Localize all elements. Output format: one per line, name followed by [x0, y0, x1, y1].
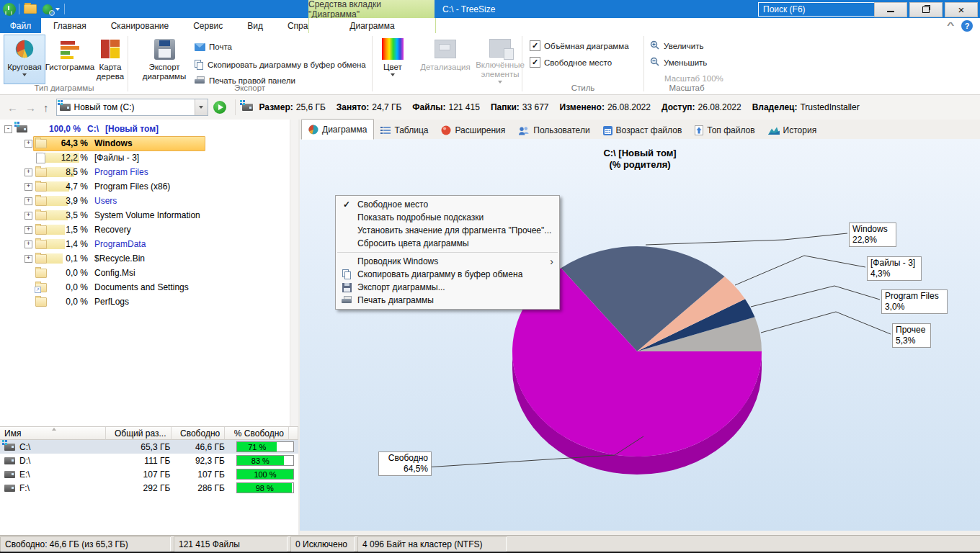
scan-icon — [43, 4, 53, 14]
minimize-button[interactable] — [874, 2, 907, 17]
tab-Сканирование[interactable]: Сканирование — [99, 18, 181, 33]
tree-row[interactable]: 1,4 %ProgramData — [0, 237, 290, 251]
tab-file[interactable]: Файл — [0, 18, 41, 33]
expand-icon[interactable] — [24, 255, 32, 263]
drive-row[interactable]: F:\292 ГБ286 ГБ98 % — [0, 481, 298, 495]
menu-item[interactable]: Экспорт диаграммы... — [336, 281, 559, 294]
tree-row[interactable]: 4,7 %Program Files (x86) — [0, 179, 290, 194]
expand-icon[interactable] — [24, 240, 32, 248]
drive-icon — [4, 444, 15, 451]
group-zoom: Увеличить Уменьшить Масштаб 100% Масштаб — [644, 33, 729, 94]
bar-chart-button[interactable]: Гистограмма — [45, 35, 94, 84]
view-tab-Расширения[interactable]: Расширения — [435, 122, 512, 139]
close-icon: × — [958, 4, 965, 15]
view-tab-Диаграмма[interactable]: Диаграмма — [301, 119, 374, 140]
tree-item-percent: 1,5 % — [48, 225, 88, 235]
tree-row-root[interactable]: 100,0 %C:\[Новый том] — [0, 122, 290, 136]
column-header-filler — [289, 427, 298, 440]
pie-chart-button[interactable]: Круговая — [4, 35, 45, 84]
folder-icon — [35, 225, 47, 235]
forward-icon[interactable]: → — [25, 102, 36, 114]
menu-item-label: Установить значение для фрагмента "Проче… — [357, 225, 551, 235]
tree-scrollbar[interactable] — [290, 120, 298, 426]
tree-row[interactable]: 8,5 %Program Files — [0, 165, 290, 179]
color-button[interactable]: Цвет — [375, 35, 410, 84]
tree-item-name: Recovery — [94, 225, 131, 235]
zoom-level-label: Масштаб 100% — [664, 74, 723, 83]
free-space-checkbox[interactable]: Свободное место — [530, 57, 612, 68]
menu-item-label: Показать подробные подсказки — [357, 212, 484, 222]
export-chart-button[interactable]: Экспорт диаграммы — [141, 35, 188, 84]
collapse-ribbon-icon[interactable]: ^ — [947, 21, 954, 30]
tree-row[interactable]: 12,2 %[Файлы - 3] — [0, 150, 290, 165]
close-button[interactable]: × — [945, 2, 978, 17]
open-folder-button[interactable] — [22, 0, 38, 18]
column-header-1[interactable]: Имя — [0, 427, 106, 440]
tree-row[interactable]: 3,5 %System Volume Information — [0, 208, 290, 222]
tab-Сервис[interactable]: Сервис — [181, 18, 235, 33]
start-scan-button[interactable] — [213, 101, 226, 114]
callout-value: 22,8% — [852, 235, 893, 246]
drive-selector-dropdown[interactable] — [195, 99, 208, 115]
tab-Главная[interactable]: Главная — [41, 18, 99, 33]
search-box[interactable] — [758, 2, 881, 17]
copy-chart-button[interactable]: Скопировать диаграмму в буфер обмена — [195, 60, 366, 70]
tree-row[interactable]: 0,1 %$Recycle.Bin — [0, 251, 290, 266]
menu-item[interactable]: Установить значение для фрагмента "Проче… — [336, 224, 559, 237]
collapse-expander-icon[interactable] — [4, 125, 12, 133]
stat-label: Папки: — [491, 102, 520, 112]
expand-icon[interactable] — [24, 140, 32, 148]
menu-item[interactable]: Печать диаграммы — [336, 294, 559, 307]
drive-row[interactable]: E:\107 ГБ107 ГБ100 % — [0, 467, 298, 481]
expand-icon[interactable] — [24, 212, 32, 220]
view-tab-Топ файлов[interactable]: Топ файлов — [688, 122, 761, 139]
drive-row[interactable]: C:\65,3 ГБ46,6 ГБ71 % — [0, 440, 298, 454]
drive-selector[interactable]: Новый том (C:) — [56, 99, 208, 116]
column-header-2[interactable]: Общий раз... — [106, 427, 172, 440]
up-icon[interactable]: ↑ — [43, 102, 49, 114]
tree-row[interactable]: 64,3 %Windows — [0, 136, 290, 150]
scan-button[interactable] — [41, 0, 61, 18]
column-header-4[interactable]: % Свободно — [225, 427, 289, 440]
menu-item[interactable]: Скопировать диаграмму в буфер обмена — [336, 268, 559, 281]
tree-row[interactable]: 3,9 %Users — [0, 194, 290, 208]
menu-item[interactable]: Свободное место — [336, 198, 559, 211]
menu-item[interactable]: Показать подробные подсказки — [336, 211, 559, 224]
view-tab-Таблица[interactable]: Таблица — [374, 122, 435, 139]
menu-item[interactable]: Сбросить цвета диаграммы — [336, 237, 559, 250]
treemap-button[interactable]: Карта дерева — [94, 35, 126, 84]
back-icon[interactable]: ← — [7, 102, 18, 114]
volumetric-chart-checkbox[interactable]: Объёмная диаграмма — [530, 40, 629, 51]
expand-icon[interactable] — [24, 183, 32, 191]
zoom-in-button[interactable]: Увеличить — [650, 40, 703, 52]
menu-item[interactable]: Проводник Windows› — [336, 255, 559, 268]
checkbox-checked-icon[interactable] — [530, 57, 540, 68]
tree-row[interactable]: 1,5 %Recovery — [0, 222, 290, 237]
search-input[interactable] — [762, 4, 876, 15]
pie-chart-label: Круговая — [7, 63, 42, 72]
drive-row[interactable]: D:\111 ГБ92,3 ГБ83 % — [0, 454, 298, 467]
mail-button[interactable]: Почта — [195, 42, 232, 51]
tab-diagram-active[interactable]: Диаграмма — [308, 18, 436, 33]
tree-row[interactable]: 0,0 %Documents and Settings — [0, 280, 290, 295]
view-tab-История[interactable]: История — [762, 122, 824, 139]
tree-row[interactable]: 0,0 %Config.Msi — [0, 266, 290, 280]
folder-icon — [35, 197, 47, 206]
expand-icon[interactable] — [24, 226, 32, 234]
view-tab-Возраст файлов[interactable]: Возраст файлов — [597, 122, 689, 139]
tree-item-name: Windows — [94, 138, 133, 148]
tree-item-name: Documents and Settings — [94, 282, 189, 292]
checkbox-checked-icon[interactable] — [530, 40, 540, 51]
zoom-out-button[interactable]: Уменьшить — [650, 57, 707, 68]
view-tab-Пользователи[interactable]: Пользователи — [512, 122, 596, 139]
restore-button[interactable] — [909, 2, 943, 17]
tab-Вид[interactable]: Вид — [235, 18, 275, 33]
stat-value: TrustedInstaller — [800, 102, 859, 112]
tree-row[interactable]: 0,0 %PerfLogs — [0, 295, 290, 309]
help-button[interactable]: ? — [961, 20, 973, 32]
stat-item: Доступ:26.08.2022 — [662, 102, 741, 112]
expand-icon[interactable] — [24, 168, 32, 176]
expand-icon[interactable] — [24, 197, 32, 205]
column-header-3[interactable]: Свободно — [172, 427, 226, 440]
folder-icon — [35, 211, 47, 220]
